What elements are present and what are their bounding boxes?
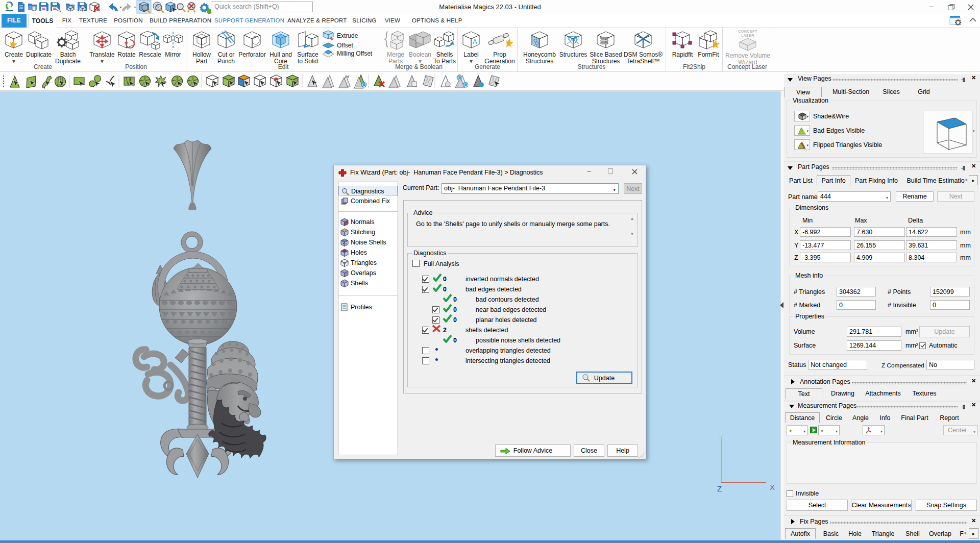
- svg-text:Z: Z: [717, 484, 722, 493]
- svg-text:X: X: [770, 483, 775, 491]
- svg-text:A: A: [473, 38, 477, 45]
